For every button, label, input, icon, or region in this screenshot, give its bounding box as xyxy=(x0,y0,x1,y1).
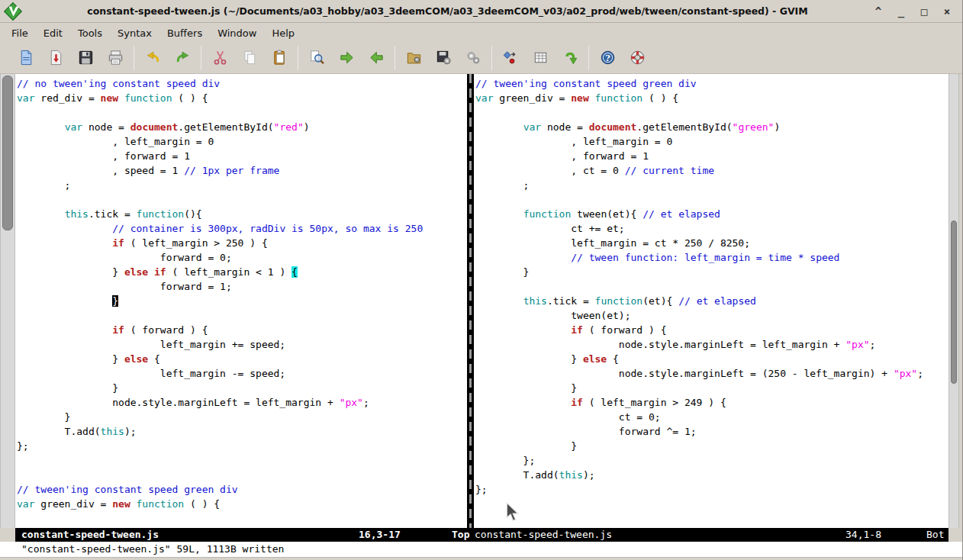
left-scrollbar[interactable] xyxy=(0,74,15,528)
menu-tools[interactable]: Tools xyxy=(71,25,109,41)
redo-icon xyxy=(174,49,192,66)
find-next-icon xyxy=(338,49,356,66)
right-pane-code-line: , ct = 0 // current time xyxy=(475,163,949,178)
open-file-button[interactable] xyxy=(17,49,35,67)
right-pane-code-line: , forward = 1 xyxy=(475,149,949,163)
close-button[interactable]: × xyxy=(941,5,953,18)
undo-button[interactable] xyxy=(143,49,162,67)
help-button[interactable]: ? xyxy=(598,49,617,67)
right-code-pane[interactable]: // tween'ing constant speed green divvar… xyxy=(474,74,949,528)
left-pane-code-line: node.style.marginLeft = left_margin + "p… xyxy=(17,395,467,410)
right-pane-code-line: this.tick = function(et){ // et elapsed xyxy=(475,294,949,308)
statusline: constant-speed-tween.js 16,3-17 Top cons… xyxy=(15,528,949,542)
right-scrollbar-thumb[interactable] xyxy=(951,220,957,384)
left-pane-code-line: } xyxy=(17,410,467,424)
load-session-button[interactable] xyxy=(404,49,423,67)
left-code-pane[interactable]: // no tween'ing constant speed divvar re… xyxy=(15,74,467,528)
right-pane-code-line xyxy=(475,511,949,526)
statusline-left-cursor-position: 16,3-17 xyxy=(359,528,401,542)
menu-edit[interactable]: Edit xyxy=(37,25,69,41)
right-pane-code-line: if ( left_margin > 249 ) { xyxy=(475,395,949,410)
menu-help[interactable]: Help xyxy=(265,25,301,41)
run-script-button[interactable] xyxy=(464,49,482,67)
right-pane-code-line xyxy=(475,192,949,207)
right-scrollbar[interactable] xyxy=(949,74,959,528)
find-next-button[interactable] xyxy=(337,49,356,67)
matchparen-highlight: { xyxy=(291,266,298,278)
left-pane-code-line: left_margin -= speed; xyxy=(17,366,467,381)
left-pane-code-line: } else { xyxy=(17,352,467,366)
save-session-icon xyxy=(435,49,453,66)
cut-button[interactable] xyxy=(211,49,229,67)
right-pane-code-line: var node = document.getElementById("gree… xyxy=(475,120,949,134)
vim-block-cursor: } xyxy=(112,295,118,307)
save-file-button[interactable] xyxy=(47,49,65,67)
find-prev-button[interactable] xyxy=(367,49,385,67)
statusline-left-filename: constant-speed-tween.js xyxy=(21,528,159,542)
run-ctags-icon xyxy=(532,49,549,66)
left-pane-code-line: this.tick = function(){ xyxy=(17,207,467,221)
left-pane-code-line xyxy=(17,308,467,323)
right-pane-code-line xyxy=(475,279,949,294)
window-buttons: ^_□× xyxy=(872,5,953,18)
menu-window[interactable]: Window xyxy=(211,25,263,41)
gvim-window: constant-speed-tween.js (~/Documents/a03… xyxy=(0,0,963,560)
window-title: constant-speed-tween.js (~/Documents/a03… xyxy=(23,5,872,17)
left-pane-code-line: } xyxy=(17,294,467,308)
print-button[interactable] xyxy=(106,49,124,67)
bottom-border xyxy=(0,557,962,560)
menu-file[interactable]: File xyxy=(5,25,35,41)
shade-button[interactable]: ^ xyxy=(872,5,884,18)
tag-jump-button[interactable] xyxy=(561,49,579,67)
editor-area: // no tween'ing constant speed divvar re… xyxy=(0,74,963,528)
vertical-split-separator[interactable] xyxy=(467,74,474,528)
menubar: FileEditToolsSyntaxBuffersWindowHelp xyxy=(0,24,962,43)
vim-logo-icon xyxy=(3,2,23,21)
right-pane-code-line: }; xyxy=(475,482,949,497)
right-pane-code-line: } else { xyxy=(475,352,949,366)
right-pane-code-line: } xyxy=(475,381,949,395)
statusline-right-filename: constant-speed-tween.js xyxy=(475,528,612,542)
run-ctags-button[interactable] xyxy=(531,49,549,67)
tag-jump-icon xyxy=(562,49,579,66)
left-pane-code-line xyxy=(17,511,467,526)
minimize-button[interactable]: _ xyxy=(895,5,907,18)
right-pane-code-line: if ( forward ) { xyxy=(475,323,949,337)
svg-text:?: ? xyxy=(605,53,610,63)
left-pane-code-line: forward = 0; xyxy=(17,250,467,265)
left-scrollbar-thumb[interactable] xyxy=(2,76,13,230)
copy-button[interactable] xyxy=(240,49,259,67)
open-file-icon xyxy=(18,49,35,66)
save-all-button[interactable] xyxy=(76,49,95,67)
make-button[interactable] xyxy=(501,49,520,67)
right-pane-code-line: ; xyxy=(475,178,949,192)
find-prev-icon xyxy=(368,49,385,66)
menu-buffers[interactable]: Buffers xyxy=(160,25,209,41)
left-pane-code-line: if ( left_margin > 250 ) { xyxy=(17,236,467,250)
right-pane-code-line xyxy=(475,497,949,511)
save-session-button[interactable] xyxy=(434,49,453,67)
cut-icon xyxy=(211,49,229,66)
find-replace-button[interactable] xyxy=(308,49,326,67)
left-pane-code-line: T.add(this); xyxy=(17,424,467,439)
save-all-icon xyxy=(77,49,95,66)
find-help-button[interactable] xyxy=(628,49,646,67)
left-pane-code-line: forward = 1; xyxy=(17,279,467,294)
help-icon: ? xyxy=(599,49,617,66)
right-pane-code-line xyxy=(475,105,949,120)
left-pane-code-line: left_margin += speed; xyxy=(17,337,467,352)
right-pane-code-line: } xyxy=(475,439,949,453)
redo-button[interactable] xyxy=(173,49,192,67)
paste-button[interactable] xyxy=(270,49,288,67)
find-help-icon xyxy=(629,49,646,66)
undo-icon xyxy=(144,49,162,66)
left-pane-code-line: }; xyxy=(17,439,467,453)
mouse-cursor-icon xyxy=(504,503,521,526)
left-pane-code-line: } else if ( left_margin < 1 ) { xyxy=(17,265,467,279)
left-pane-code-line xyxy=(17,453,467,468)
maximize-button[interactable]: □ xyxy=(918,5,930,18)
statusline-left-scroll-indicator: Top xyxy=(452,528,469,542)
right-pane-code-line: }; xyxy=(475,453,949,468)
menu-syntax[interactable]: Syntax xyxy=(111,25,159,41)
right-pane-code-line: node.style.marginLeft = left_margin + "p… xyxy=(475,337,949,352)
